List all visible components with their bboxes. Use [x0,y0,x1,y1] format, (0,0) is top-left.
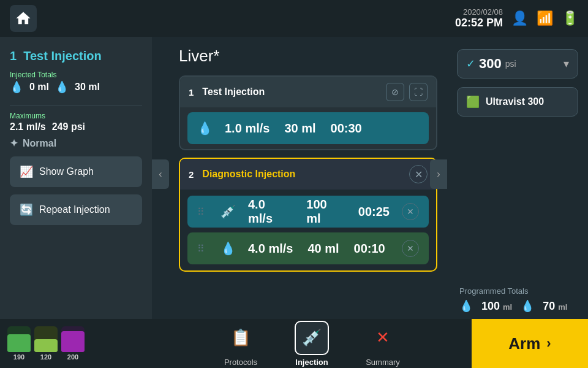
top-right-area: 2020/02/08 02:52 PM 👤 📶 🔋 [455,7,578,29]
contrast-agent-name: Ultravist 300 [486,96,544,107]
syringe-bar-2 [34,326,58,352]
card1-volume: 30 ml [284,121,315,136]
repeat-injection-label: Repeat Injection [39,204,110,215]
status-icon: ✦ [10,137,18,149]
divider1 [10,105,142,105]
protocols-icon: 📋 [231,328,251,347]
graph-icon: 📈 [20,165,33,178]
date-display: 2020/02/08 [455,7,503,17]
syringe-bar-3 [61,326,85,352]
bottom-nav: 📋 Protocols 💉 Injection ✕ Summary [152,321,472,367]
contrast-icon: 💧 [10,80,23,94]
repeat-injection-button[interactable]: 🔄 Repeat Injection [10,194,142,225]
injection-icon: 💉 [302,328,322,347]
sidebar-title-name: Test Injection [23,49,101,63]
show-graph-label: Show Graph [39,166,94,177]
top-bar: 2020/02/08 02:52 PM 👤 📶 🔋 [0,0,588,37]
pressure-unit: psi [505,59,516,69]
card1-icons: ⊘ ⛶ [386,83,428,101]
protocols-label: Protocols [224,358,257,367]
card1-edit-icon[interactable]: ⊘ [386,83,404,101]
syringe-display: 190 120 200 [0,319,152,368]
card2-phase2-rate: 4.0 ml/s [248,242,293,256]
bottom-bar: 190 120 200 📋 Protocols 💉 Injectio [0,319,588,368]
syringe-item-3: 200 [61,326,85,361]
card1-phase-values: 1.0 ml/s 30 ml 00:30 [225,121,419,136]
arm-chevron-icon: › [546,335,551,351]
injected-totals-label: Injected Totals [10,71,142,79]
card1-rate: 1.0 ml/s [225,121,270,136]
pressure-selector[interactable]: ✓ 300 psi ▾ [457,49,578,79]
maximums-values: 2.1 ml/s 249 psi [10,121,142,132]
max-pressure: 249 psi [52,121,85,132]
nav-protocols[interactable]: 📋 Protocols [217,321,264,367]
prog-saline-value: 70 ml [543,300,567,313]
pressure-check-icon: ✓ [466,57,475,71]
drag-handle-1[interactable]: ⠿ [197,206,205,218]
syringe-item-2: 120 [34,326,58,361]
arm-button-label: Arm [508,334,540,353]
phase2-remove-button[interactable]: ✕ [402,240,419,257]
injection-label: Injection [295,358,328,367]
saline-drop-icon: 💧 [221,241,236,256]
user-icon: 👤 [511,10,528,26]
card1-phase[interactable]: 💧 1.0 ml/s 30 ml 00:30 [187,112,429,144]
injected-contrast: 0 ml [29,82,49,93]
card1-name: Test Injection [202,86,265,98]
repeat-icon: 🔄 [20,203,33,217]
card2-remove-icon[interactable]: ✕ [409,165,428,183]
prog-contrast-icon: 💧 [459,299,473,313]
nav-summary[interactable]: ✕ Summary [360,321,406,367]
summary-icon-wrap: ✕ [366,321,400,355]
contrast-agent-button[interactable]: 🟩 Ultravist 300 [457,87,578,117]
card2-phase1[interactable]: ⠿ 💉 4.0 ml/s 100 ml 00:25 ✕ [187,196,429,228]
summary-icon: ✕ [376,328,390,347]
contrast-agent-dot: 🟩 [466,95,480,109]
phase1-remove-button[interactable]: ✕ [402,203,419,220]
card2-phase2-volume: 40 ml [307,242,339,256]
arm-button[interactable]: Arm › [472,319,588,368]
main-content: Liver* 1 Test Injection ⊘ ⛶ 💧 1.0 ml/s 3… [169,37,447,319]
drag-handle-2[interactable]: ⠿ [197,243,205,255]
card1-expand-icon[interactable]: ⛶ [409,83,428,101]
card1-num: 1 [189,87,194,98]
programmed-totals-label: Programmed Totals [459,286,576,296]
syringe-label-1: 190 [13,353,24,361]
syringe-label-2: 120 [40,353,51,361]
card2-phase1-duration: 00:25 [358,205,390,219]
card2-phase1-values: 4.0 ml/s 100 ml 00:25 [248,197,390,226]
max-rate: 2.1 ml/s [10,121,46,132]
status-label: Normal [23,138,56,149]
prog-saline-icon: 💧 [521,299,534,313]
right-collapse-button[interactable]: › [430,159,447,189]
maximums-label: Maximums [10,112,142,120]
injected-totals-section: Injected Totals 💧 0 ml 💧 30 ml [10,71,142,94]
injected-totals-values: 💧 0 ml 💧 30 ml [10,80,142,94]
battery-icon: 🔋 [562,10,578,26]
nav-injection[interactable]: 💉 Injection [288,321,335,367]
programmed-totals: Programmed Totals 💧 100 ml 💧 70 ml [457,280,578,319]
home-icon [15,10,32,27]
card1-duration: 00:30 [331,121,362,136]
pressure-chevron-icon: ▾ [564,57,569,71]
injected-saline: 30 ml [75,82,100,93]
contrast-syringe-icon: 💉 [221,204,236,219]
syringe-bar-1 [7,326,31,352]
prog-contrast-value: 100 ml [481,300,512,313]
sidebar-title: 1 Test Injection [10,49,142,63]
card2-phase2[interactable]: ⠿ 💧 4.0 ml/s 40 ml 00:10 ✕ [187,232,429,264]
programmed-totals-values: 💧 100 ml 💧 70 ml [459,299,576,313]
test-injection-card: 1 Test Injection ⊘ ⛶ 💧 1.0 ml/s 30 ml 00… [179,75,437,150]
left-collapse-button[interactable]: ‹ [152,159,169,189]
syringe-label-3: 200 [67,353,78,361]
show-graph-button[interactable]: 📈 Show Graph [10,156,142,187]
summary-label: Summary [366,358,400,367]
card2-phase2-values: 4.0 ml/s 40 ml 00:10 [248,242,390,256]
right-panel: ✓ 300 psi ▾ 🟩 Ultravist 300 Programmed T… [447,37,588,331]
page-title: Liver* [179,47,437,66]
status-row: ✦ Normal [10,137,142,149]
saline-icon: 💧 [55,80,69,94]
home-button[interactable] [10,5,37,32]
card2-name: Diagnostic Injection [202,169,295,180]
card2-icons: ✕ [409,165,428,183]
